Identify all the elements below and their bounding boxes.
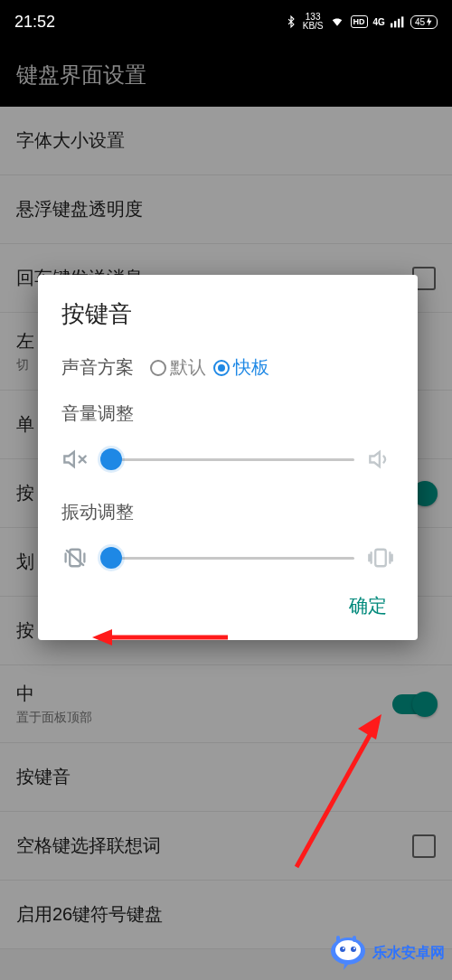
svg-rect-3 xyxy=(401,16,403,27)
signal-icon xyxy=(391,15,405,28)
radio-icon xyxy=(150,360,166,376)
status-right: 133KB/S HD 4G 45 xyxy=(285,13,438,31)
volume-label: 音量调整 xyxy=(61,401,394,426)
watermark-icon xyxy=(325,935,367,971)
status-time: 21:52 xyxy=(14,13,55,32)
volume-up-icon xyxy=(367,446,394,473)
bluetooth-icon xyxy=(285,14,297,30)
vibrate-on-icon xyxy=(367,544,394,571)
radio-default[interactable]: 默认 xyxy=(150,355,206,380)
svg-point-11 xyxy=(335,940,361,960)
svg-point-14 xyxy=(343,947,344,949)
scheme-label: 声音方案 xyxy=(61,355,134,380)
svg-point-12 xyxy=(340,947,345,952)
app-bar: 键盘界面设置 xyxy=(0,43,452,107)
net-speed: 133KB/S xyxy=(303,13,324,31)
radio-kuaiban[interactable]: 快板 xyxy=(213,355,269,380)
status-bar: 21:52 133KB/S HD 4G 45 xyxy=(0,0,452,43)
wifi-icon xyxy=(329,15,345,28)
ok-button[interactable]: 确定 xyxy=(342,588,394,624)
svg-rect-17 xyxy=(353,936,356,942)
vibrate-off-icon xyxy=(61,544,89,571)
slider-thumb[interactable] xyxy=(100,448,122,470)
radio-icon xyxy=(213,360,230,376)
svg-point-15 xyxy=(353,947,355,949)
svg-rect-2 xyxy=(398,19,400,28)
svg-rect-5 xyxy=(375,550,386,566)
battery-icon: 45 xyxy=(410,15,438,29)
volume-slider[interactable] xyxy=(101,458,354,461)
keysound-dialog: 按键音 声音方案 默认 快板 音量调整 振动调整 xyxy=(38,275,418,640)
sound-scheme-row: 声音方案 默认 快板 xyxy=(61,355,394,380)
dialog-title: 按键音 xyxy=(61,298,394,330)
hd-icon: HD xyxy=(351,15,368,28)
watermark-text: 乐水安卓网 xyxy=(372,944,445,963)
volume-block: 音量调整 xyxy=(61,401,394,473)
svg-rect-0 xyxy=(391,24,392,28)
svg-rect-16 xyxy=(336,936,340,942)
vibrate-slider[interactable] xyxy=(101,557,354,560)
signal-4g-icon: 4G xyxy=(373,17,385,27)
volume-mute-icon xyxy=(61,446,89,473)
page-title: 键盘界面设置 xyxy=(16,61,146,90)
vibrate-label: 振动调整 xyxy=(61,500,394,524)
watermark: 乐水安卓网 xyxy=(325,935,445,971)
svg-point-13 xyxy=(351,947,356,952)
svg-rect-1 xyxy=(394,21,396,27)
slider-thumb[interactable] xyxy=(100,547,122,569)
vibrate-block: 振动调整 xyxy=(61,500,394,571)
